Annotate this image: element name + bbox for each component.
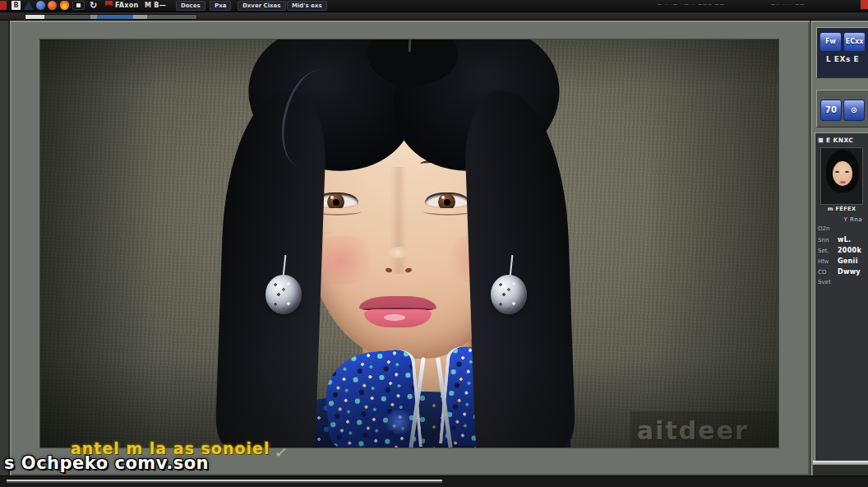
sidebar-button-ec[interactable]: ECxx	[843, 32, 866, 52]
sidebar-panel-info: E KNXC m FÉFEX Y Rna O2n Snn wL.	[815, 132, 868, 461]
caption-underline	[7, 480, 442, 481]
sub-toolbar	[0, 12, 868, 21]
toolbar-item-faxon[interactable]: FAxon	[115, 2, 139, 9]
sidebar-bottom-area	[813, 465, 868, 475]
meta-value: wL.	[838, 236, 851, 244]
meta-value: Genii	[838, 257, 858, 265]
meta-label: Hfw	[818, 258, 838, 265]
sidebar-button-fix[interactable]: Fw	[820, 32, 842, 52]
metadata-row: Svet	[818, 279, 866, 290]
image-icon[interactable]	[24, 1, 34, 10]
meta-value: Dwwy	[838, 268, 861, 276]
panel-header-icon	[818, 137, 824, 143]
earring-right	[491, 275, 527, 314]
sidebar-panel-nav: 70 ⊙	[816, 90, 868, 128]
collar-left	[322, 348, 422, 448]
close-button[interactable]	[861, 0, 868, 9]
bottom-bar	[0, 475, 868, 487]
window-controls-text[interactable]: — ·· ·— ··— ·· ——— ——	[658, 2, 725, 7]
hair-right	[463, 89, 575, 448]
image-viewer-frame: aitdeer	[10, 21, 810, 475]
flame-icon[interactable]	[60, 1, 69, 10]
meta-value: 2000k	[838, 247, 861, 254]
toolbar-item-b[interactable]: M B—	[145, 2, 166, 9]
camera-icon[interactable]	[72, 1, 85, 10]
metadata-row: O2n	[818, 225, 866, 236]
meta-label: Snn	[818, 237, 838, 244]
metadata-row: Set. 2000k	[818, 247, 866, 257]
record-icon[interactable]	[48, 1, 57, 10]
meta-label: CD	[818, 269, 838, 276]
toolbar-button-1[interactable]: Doces	[176, 1, 205, 11]
metadata-row: Hfw Genii	[818, 257, 866, 268]
metadata-row: CD Dwwy	[818, 268, 866, 279]
app-window: B ↻ FAxon M B— Doces Pxa Dxver Cixes Mid…	[0, 0, 868, 487]
sidebar: Fw ECxx L EXs E 70 ⊙ E KNXC m FÉF	[810, 21, 868, 475]
metadata-header: Y Rna	[818, 216, 866, 223]
portrait-lashline-right	[423, 207, 473, 216]
toolbar-button-3[interactable]: Dxver Cixes	[238, 1, 286, 11]
earring-left	[265, 275, 302, 314]
watermark-text: aitdeer	[637, 416, 749, 445]
sidebar-panel-top-label: L EXs E	[819, 55, 866, 63]
left-edge-strip	[0, 21, 10, 475]
meta-label: Svet	[818, 279, 838, 285]
meta-label: Set.	[818, 248, 838, 254]
collar-glow	[382, 410, 415, 434]
flag-icon	[105, 1, 113, 9]
thumb-eye-left	[835, 171, 839, 173]
portrait-photo: aitdeer	[39, 39, 779, 448]
app-icon[interactable]	[0, 1, 7, 10]
portrait-lips	[359, 296, 436, 327]
portrait-nose-tip	[389, 247, 407, 258]
caption-check-icon: ✓	[273, 442, 289, 463]
refresh-icon[interactable]: ↻	[90, 1, 99, 10]
portrait-eye-right	[425, 192, 469, 208]
sidebar-nav-button-1[interactable]: 70	[820, 100, 842, 121]
toolbar: B ↻ FAxon M B— Doces Pxa Dxver Cixes Mid…	[0, 0, 868, 12]
sidebar-panel-top: Fw ECxx L EXs E	[816, 27, 868, 78]
metadata-list: Y Rna O2n Snn wL. Set. 2000k Hfw Genii	[815, 212, 868, 290]
hair-part-line	[409, 39, 412, 52]
preview-thumbnail[interactable]	[820, 147, 863, 205]
metadata-row: Snn wL.	[818, 236, 866, 247]
caption-line-2: s Ochpeko comv.son	[4, 453, 209, 473]
thumbnail-caption: m FÉFEX	[815, 206, 868, 212]
document-icon[interactable]: B	[12, 1, 21, 10]
toolbar-button-4[interactable]: Mid's exs	[287, 1, 327, 11]
thumb-mouth	[840, 181, 846, 183]
window-controls-text-2[interactable]: —·· ····· ——	[771, 2, 805, 7]
tab-strip	[25, 14, 197, 20]
info-panel-title: E KNXC	[826, 137, 853, 144]
sidebar-nav-button-2[interactable]: ⊙	[843, 100, 865, 121]
thumb-eye-right	[845, 171, 849, 173]
globe-icon[interactable]	[36, 1, 45, 10]
info-panel-header: E KNXC	[815, 133, 868, 146]
toolbar-button-2[interactable]: Pxa	[210, 1, 231, 11]
meta-label: O2n	[818, 225, 838, 232]
